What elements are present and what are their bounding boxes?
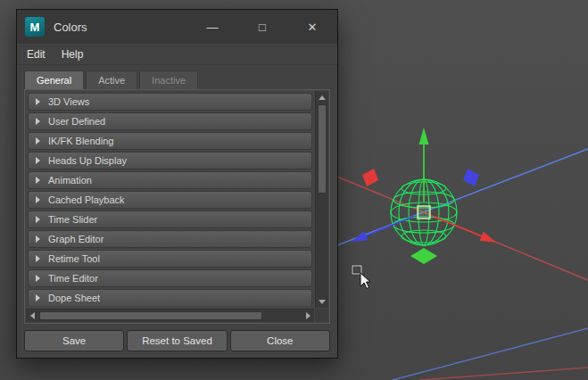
section-row-time-slider[interactable]: Time Slider: [28, 211, 312, 228]
section-label: Time Editor: [48, 273, 98, 284]
scroll-left-button[interactable]: [26, 310, 38, 322]
expand-arrow-icon[interactable]: [36, 255, 40, 262]
section-row-animation[interactable]: Animation: [28, 171, 312, 189]
section-label: Time Slider: [48, 214, 97, 225]
section-label: Retime Tool: [48, 253, 100, 264]
minimize-button[interactable]: —: [187, 10, 237, 44]
maximize-button[interactable]: □: [237, 10, 287, 44]
scroll-right-icon: [306, 312, 311, 319]
section-row-user-defined[interactable]: User Defined: [28, 112, 312, 130]
expand-arrow-icon[interactable]: [36, 157, 40, 164]
maya-app-icon: M: [25, 17, 45, 37]
section-row-3d-views[interactable]: 3D Views: [28, 93, 312, 111]
vertical-scroll-thumb[interactable]: [318, 104, 327, 194]
scroll-down-button[interactable]: [316, 295, 328, 308]
expand-arrow-icon[interactable]: [36, 196, 40, 203]
tab-general[interactable]: General: [24, 70, 84, 89]
color-categories-panel: 3D Views User Defined IK/FK Blending Hea…: [24, 89, 330, 324]
section-label: Animation: [48, 175, 92, 186]
section-row-retime-tool[interactable]: Retime Tool: [28, 250, 312, 268]
expand-arrow-icon[interactable]: [36, 177, 40, 184]
expand-arrow-icon[interactable]: [36, 216, 40, 223]
save-button[interactable]: Save: [24, 330, 124, 351]
dialog-footer: Save Reset to Saved Close: [17, 324, 337, 358]
expand-arrow-icon[interactable]: [36, 294, 40, 302]
section-row-cached-playback[interactable]: Cached Playback: [28, 191, 312, 209]
tab-active[interactable]: Active: [86, 70, 137, 89]
maya-application: M Colors — □ ✕ Edit Help General Active …: [0, 0, 588, 380]
horizontal-scrollbar[interactable]: [26, 309, 314, 322]
manipulator-center-handle[interactable]: [418, 206, 430, 219]
section-row-time-editor[interactable]: Time Editor: [28, 269, 312, 287]
section-row-heads-up-display[interactable]: Heads Up Display: [28, 152, 312, 169]
colors-dialog: M Colors — □ ✕ Edit Help General Active …: [16, 9, 338, 359]
reset-to-saved-button[interactable]: Reset to Saved: [127, 330, 227, 351]
section-label: Cached Playback: [48, 194, 125, 205]
section-list: 3D Views User Defined IK/FK Blending Hea…: [28, 93, 312, 306]
window-controls: — □ ✕: [187, 10, 337, 44]
scroll-left-icon: [30, 312, 35, 319]
section-row-ikfk-blending[interactable]: IK/FK Blending: [28, 132, 312, 150]
section-row-dope-sheet[interactable]: Dope Sheet: [28, 289, 312, 306]
section-row-graph-editor[interactable]: Graph Editor: [28, 230, 312, 248]
menu-bar: Edit Help: [17, 44, 337, 65]
horizontal-scroll-thumb[interactable]: [39, 311, 262, 320]
section-label: Heads Up Display: [48, 155, 127, 166]
close-button[interactable]: Close: [230, 330, 330, 351]
scroll-up-button[interactable]: [316, 91, 328, 103]
close-icon[interactable]: ✕: [287, 10, 337, 44]
section-label: IK/FK Blending: [48, 136, 113, 146]
maya-logo-letter: M: [30, 21, 40, 34]
scrollbar-corner: [315, 309, 328, 322]
expand-arrow-icon[interactable]: [36, 98, 40, 105]
tab-bar: General Active Inactive: [17, 65, 337, 89]
expand-arrow-icon[interactable]: [36, 275, 40, 282]
section-label: Dope Sheet: [48, 293, 100, 303]
scroll-down-icon: [319, 300, 326, 304]
scroll-up-icon: [319, 95, 326, 100]
menu-help[interactable]: Help: [54, 45, 92, 63]
tab-inactive[interactable]: Inactive: [139, 70, 198, 89]
expand-arrow-icon[interactable]: [36, 118, 40, 125]
section-label: Graph Editor: [48, 234, 104, 244]
menu-edit[interactable]: Edit: [19, 45, 54, 63]
section-label: 3D Views: [48, 96, 89, 107]
expand-arrow-icon[interactable]: [36, 137, 40, 145]
window-title: Colors: [54, 21, 87, 34]
expand-arrow-icon[interactable]: [36, 235, 40, 243]
titlebar[interactable]: M Colors — □ ✕: [17, 10, 337, 44]
section-label: User Defined: [48, 116, 105, 127]
vertical-scrollbar[interactable]: [315, 91, 328, 308]
scroll-right-button[interactable]: [302, 310, 314, 322]
